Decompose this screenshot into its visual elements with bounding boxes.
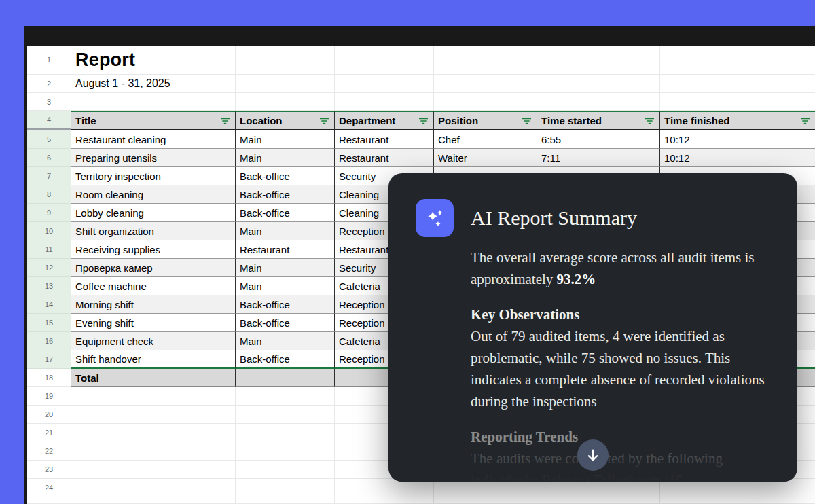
cell[interactable]	[537, 75, 660, 93]
cell-location[interactable]: Main	[236, 332, 335, 350]
cell[interactable]	[236, 46, 335, 75]
cell[interactable]	[236, 93, 335, 111]
cell-title[interactable]: Проверка камер	[71, 259, 236, 277]
cell-title[interactable]: Shift handover	[71, 350, 236, 369]
cell-position[interactable]: Waiter	[434, 149, 537, 167]
filter-icon[interactable]	[522, 118, 531, 124]
cell[interactable]	[537, 93, 660, 111]
cell[interactable]	[236, 424, 335, 442]
filter-icon[interactable]	[221, 118, 230, 124]
cell[interactable]	[335, 93, 434, 111]
filter-icon[interactable]	[419, 118, 428, 124]
cell-title[interactable]: Evening shift	[71, 314, 236, 332]
cell[interactable]	[236, 406, 335, 424]
row-number[interactable]: 3	[27, 93, 71, 111]
cell[interactable]	[71, 387, 236, 406]
cell-time-finished[interactable]: 10:12	[660, 130, 815, 149]
row-number[interactable]: 5	[27, 130, 71, 149]
cell[interactable]	[335, 497, 434, 504]
cell[interactable]	[236, 387, 335, 406]
filter-icon[interactable]	[645, 118, 654, 124]
row-number[interactable]: 14	[27, 295, 71, 314]
report-title-cell[interactable]: Report	[71, 46, 236, 75]
cell[interactable]	[660, 75, 815, 93]
row-number[interactable]: 16	[27, 332, 71, 350]
row-number[interactable]: 4	[27, 111, 71, 130]
cell-time-started[interactable]: 7:11	[537, 149, 660, 167]
cell[interactable]	[71, 497, 236, 504]
row-number[interactable]: 21	[27, 424, 71, 442]
cell[interactable]	[236, 369, 335, 387]
cell-location[interactable]: Back-office	[236, 295, 335, 314]
cell-department[interactable]: Restaurant	[335, 149, 434, 167]
row-number[interactable]: 17	[27, 350, 71, 369]
cell[interactable]	[236, 75, 335, 93]
cell[interactable]	[71, 479, 236, 497]
row-number[interactable]: 22	[27, 442, 71, 461]
cell[interactable]	[434, 93, 537, 111]
cell-department[interactable]: Restaurant	[335, 130, 434, 149]
cell-location[interactable]: Back-office	[236, 185, 335, 204]
row-number[interactable]: 10	[27, 222, 71, 240]
cell[interactable]	[537, 497, 660, 504]
cell-title[interactable]: Shift organization	[71, 222, 236, 240]
row-number[interactable]: 24	[27, 479, 71, 497]
cell-title[interactable]: Restaurant cleaning	[71, 130, 236, 149]
cell[interactable]	[660, 497, 815, 504]
column-header-time-started[interactable]: Time started	[537, 111, 660, 130]
cell-location[interactable]: Restaurant	[236, 240, 335, 259]
cell-position[interactable]: Chef	[434, 130, 537, 149]
column-header-department[interactable]: Department	[335, 111, 434, 130]
cell-location[interactable]: Main	[236, 277, 335, 295]
row-number[interactable]: 12	[27, 259, 71, 277]
cell-time-started[interactable]: 6:55	[537, 130, 660, 149]
cell[interactable]	[660, 46, 815, 75]
cell-title[interactable]: Room cleaning	[71, 185, 236, 204]
cell-title[interactable]: Preparing utensils	[71, 149, 236, 167]
row-number[interactable]: 8	[27, 185, 71, 204]
cell-location[interactable]: Main	[236, 222, 335, 240]
cell[interactable]	[335, 479, 434, 497]
cell-title[interactable]: Receiving supplies	[71, 240, 236, 259]
column-header-time-finished[interactable]: Time finished	[660, 111, 815, 130]
cell-location[interactable]: Main	[236, 259, 335, 277]
row-number[interactable]: 2	[27, 75, 71, 93]
cell-location[interactable]: Back-office	[236, 350, 335, 369]
row-number[interactable]: 9	[27, 204, 71, 222]
row-number[interactable]: 19	[27, 387, 71, 406]
cell[interactable]	[434, 497, 537, 504]
cell[interactable]	[71, 93, 236, 111]
cell-title[interactable]: Coffee machine	[71, 277, 236, 295]
row-number[interactable]: 20	[27, 406, 71, 424]
cell-title[interactable]: Morning shift	[71, 295, 236, 314]
cell-location[interactable]: Back-office	[236, 204, 335, 222]
cell-location[interactable]: Main	[236, 130, 335, 149]
cell[interactable]	[71, 461, 236, 479]
cell[interactable]	[434, 75, 537, 93]
cell[interactable]	[335, 75, 434, 93]
row-number[interactable]: 15	[27, 314, 71, 332]
cell[interactable]	[71, 406, 236, 424]
cell-time-finished[interactable]: 10:12	[660, 149, 815, 167]
filter-icon[interactable]	[320, 118, 329, 124]
cell-location[interactable]: Back-office	[236, 314, 335, 332]
cell[interactable]	[537, 46, 660, 75]
scroll-down-button[interactable]	[577, 439, 609, 471]
column-header-position[interactable]: Position	[434, 111, 537, 130]
cell-title[interactable]: Lobby cleaning	[71, 204, 236, 222]
cell[interactable]	[236, 497, 335, 504]
cell[interactable]	[660, 479, 815, 497]
row-number[interactable]: 18	[27, 369, 71, 387]
cell[interactable]	[537, 479, 660, 497]
cell[interactable]	[660, 93, 815, 111]
cell[interactable]	[236, 461, 335, 479]
cell-title[interactable]: Equipment check	[71, 332, 236, 350]
cell[interactable]	[434, 479, 537, 497]
cell-location[interactable]: Main	[236, 149, 335, 167]
column-header-title[interactable]: Title	[71, 111, 236, 130]
cell-location[interactable]: Back-office	[236, 167, 335, 185]
cell[interactable]	[71, 424, 236, 442]
cell[interactable]	[236, 479, 335, 497]
cell-title[interactable]: Territory inspection	[71, 167, 236, 185]
cell[interactable]	[335, 46, 434, 75]
